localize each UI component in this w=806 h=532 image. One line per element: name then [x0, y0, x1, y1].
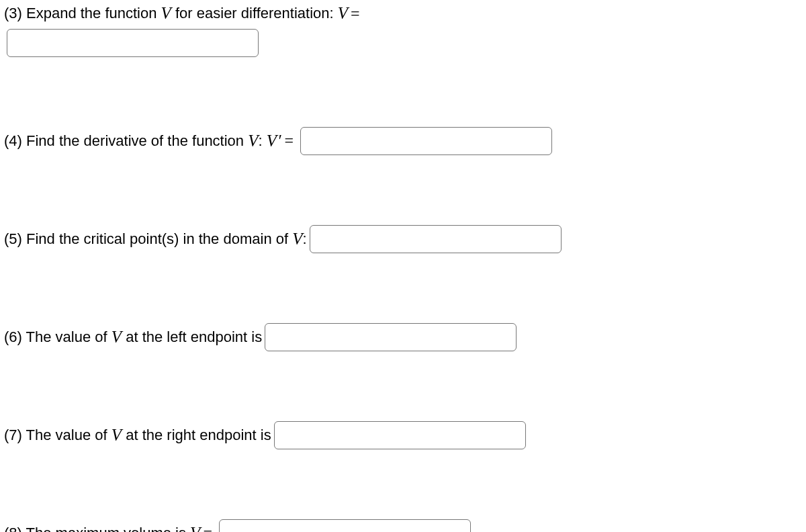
question-5-answer-input[interactable] — [310, 225, 562, 253]
question-6: (6) The value of V at the left endpoint … — [4, 323, 802, 351]
question-7-text-post: at the right endpoint is — [122, 426, 271, 443]
question-8-answer-input[interactable] — [219, 519, 471, 533]
question-4-equals: = — [281, 132, 298, 149]
question-7-answer-input[interactable] — [274, 421, 526, 449]
question-4: (4) Find the derivative of the function … — [4, 127, 802, 155]
question-5-symbol: V — [292, 229, 302, 247]
question-5-sep: : — [302, 230, 306, 247]
question-4-lhs: V′ — [267, 131, 282, 149]
question-6-answer-input[interactable] — [265, 323, 517, 351]
question-4-symbol: V — [248, 131, 258, 149]
worksheet-container: (3) Expand the function V for easier dif… — [0, 0, 806, 532]
question-8: (8) The maximum volume is V= — [4, 519, 802, 533]
question-8-text-pre: (8) The maximum volume is — [4, 524, 190, 532]
question-7: (7) The value of V at the right endpoint… — [4, 421, 802, 449]
question-3-answer-input[interactable] — [7, 29, 259, 57]
question-3-lhs: V — [338, 4, 348, 22]
question-3-text-post: for easier differentiation: — [171, 5, 338, 21]
question-6-text-pre: (6) The value of — [4, 328, 111, 345]
question-4-sep: : — [258, 132, 266, 148]
question-3-equals: = — [348, 5, 364, 22]
question-3-input-row — [4, 29, 802, 57]
question-6-text-post: at the left endpoint is — [122, 328, 262, 345]
question-3: (3) Expand the function V for easier dif… — [4, 3, 802, 57]
question-4-answer-input[interactable] — [300, 127, 552, 155]
question-5: (5) Find the critical point(s) in the do… — [4, 225, 802, 253]
question-7-symbol: V — [111, 425, 122, 443]
question-4-text-pre: (4) Find the derivative of the function — [4, 132, 248, 148]
question-6-symbol: V — [111, 327, 122, 345]
question-5-text-pre: (5) Find the critical point(s) in the do… — [4, 230, 292, 247]
question-8-lhs: V — [190, 523, 200, 532]
question-7-text-pre: (7) The value of — [4, 426, 111, 443]
question-3-text-pre: (3) Expand the function — [4, 5, 161, 21]
question-3-symbol: V — [161, 4, 171, 22]
question-8-equals: = — [200, 524, 216, 532]
